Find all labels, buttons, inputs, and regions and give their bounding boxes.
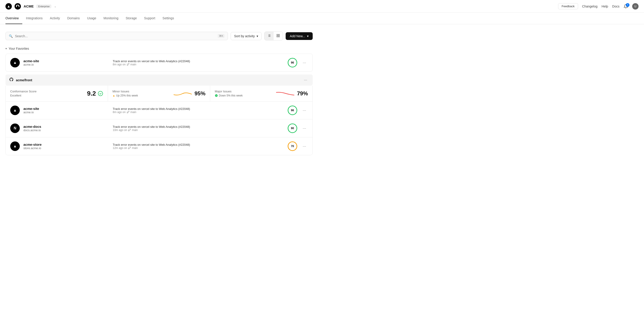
stat-minor-trend-icon: ▲ xyxy=(112,94,115,97)
project-commit: Track error events on vercel site to Web… xyxy=(113,59,284,66)
stat-minor: Minor Issues ▲ Up 25% this week 95% xyxy=(108,86,210,101)
project-name-3: acme-store xyxy=(24,143,109,146)
commit-time: 8m ago on xyxy=(113,63,126,66)
project-name: acme-site xyxy=(24,59,109,63)
stat-major-label: Major Issues xyxy=(215,90,243,93)
chevron-down-icon[interactable]: ⌄ xyxy=(54,5,56,8)
grid-view-button[interactable] xyxy=(274,32,283,40)
stat-conformance-label: Conformance Score xyxy=(10,90,36,93)
project-name-2: acme-docs xyxy=(24,125,109,128)
stat-major: Major Issues Down 5% this week 79% xyxy=(210,86,312,101)
nav-right: Feedback Changelog Help Docs 4 U xyxy=(558,3,638,9)
tab-support[interactable]: Support xyxy=(140,13,159,24)
stat-conformance-value-area: 9.2 xyxy=(87,90,103,97)
commit-msg-3: Track error events on vercel site to Web… xyxy=(113,143,284,146)
commit-msg-1: Track error events on vercel site to Web… xyxy=(113,107,284,111)
list-view-button[interactable] xyxy=(264,32,274,40)
project-avatar-3: ▲ xyxy=(10,141,20,151)
stat-major-info: Major Issues Down 5% this week xyxy=(215,90,243,97)
stat-conformance-sub: Excellent xyxy=(10,94,36,97)
favorite-project-card[interactable]: ▲ acme-site acme.io Track error events o… xyxy=(6,53,313,72)
search-shortcut-text: ⌘K xyxy=(219,34,223,37)
group-header[interactable]: acme/front ··· xyxy=(6,74,313,86)
stat-minor-sub: ▲ Up 25% this week xyxy=(112,94,138,97)
org-name[interactable]: ACME xyxy=(24,4,34,8)
project-avatar-1: ▲ xyxy=(10,106,20,115)
add-new-button[interactable]: Add New... ▾ xyxy=(286,32,313,40)
project-info: acme-site acme.io xyxy=(24,59,109,66)
more-button-1[interactable]: ··· xyxy=(301,107,308,114)
stat-minor-sublabel: Up 25% this week xyxy=(116,94,138,97)
help-link[interactable]: Help xyxy=(602,4,608,8)
project-info-2: acme-docs docs.acme.io xyxy=(24,125,109,132)
search-input[interactable] xyxy=(15,34,216,38)
github-icon xyxy=(9,77,14,83)
docs-link[interactable]: Docs xyxy=(612,4,620,8)
major-sparkline xyxy=(276,90,294,97)
favorites-section: ▾ Your Favorites ▲ acme-site acme.io Tra… xyxy=(6,47,313,72)
svg-point-21 xyxy=(128,130,129,131)
favorites-chevron-icon[interactable]: ▾ xyxy=(6,47,7,50)
group-project-row[interactable]: ▲ acme-site acme.io Track error events o… xyxy=(6,101,312,119)
score-circle-3: 70 xyxy=(288,141,297,151)
project-avatar-2: N xyxy=(10,123,20,133)
stat-minor-info: Minor Issues ▲ Up 25% this week xyxy=(112,90,138,97)
svg-point-24 xyxy=(128,148,129,149)
group-project-row-3[interactable]: ▲ acme-store store.acme.io Track error e… xyxy=(6,137,312,155)
svg-rect-10 xyxy=(278,36,280,37)
score-circle-2: 90 xyxy=(288,123,297,133)
project-commit-1: Track error events on vercel site to Web… xyxy=(113,107,284,114)
top-nav: ▲ ACME Enterprise ⌄ Feedback Changelog H… xyxy=(0,0,644,13)
major-check-icon xyxy=(215,94,218,97)
svg-point-23 xyxy=(130,147,131,148)
project-name-1: acme-site xyxy=(24,107,109,111)
branch-icon-2 xyxy=(128,128,131,131)
stat-major-value-area: 79% xyxy=(276,90,308,97)
tab-settings[interactable]: Settings xyxy=(159,13,178,24)
tab-overview[interactable]: Overview xyxy=(6,13,22,24)
group-project-row-2[interactable]: N acme-docs docs.acme.io Track error eve… xyxy=(6,119,312,137)
stat-conformance-sublabel: Excellent xyxy=(10,94,21,97)
notification-badge: 4 xyxy=(626,3,630,7)
more-options-button[interactable]: ··· xyxy=(301,59,308,66)
stat-minor-value: 95% xyxy=(194,90,206,97)
sort-chevron-icon: ▾ xyxy=(256,34,258,38)
tab-domains[interactable]: Domains xyxy=(64,13,84,24)
tab-monitoring[interactable]: Monitoring xyxy=(100,13,122,24)
changelog-link[interactable]: Changelog xyxy=(582,4,598,8)
branch-3: main xyxy=(132,146,138,150)
group-section: acme/front ··· Conformance Score Excelle… xyxy=(6,74,313,155)
more-button-2[interactable]: ··· xyxy=(301,125,308,132)
tab-activity[interactable]: Activity xyxy=(46,13,64,24)
project-info-1: acme-site acme.io xyxy=(24,107,109,114)
vercel-logo[interactable]: ▲ xyxy=(6,3,12,9)
project-domain-2: docs.acme.io xyxy=(24,128,109,132)
more-button-3[interactable]: ··· xyxy=(301,143,308,150)
org-logo[interactable] xyxy=(14,3,21,9)
group-more-button[interactable]: ··· xyxy=(302,77,309,83)
stat-conformance-value: 9.2 xyxy=(87,90,96,97)
project-domain-3: store.acme.io xyxy=(24,146,109,150)
stat-major-sublabel: Down 5% this week xyxy=(219,94,243,97)
tab-usage[interactable]: Usage xyxy=(84,13,100,24)
search-icon: 🔍 xyxy=(9,34,13,38)
svg-point-15 xyxy=(215,94,218,97)
stat-major-value: 79% xyxy=(297,90,308,97)
stats-row: Conformance Score Excellent 9.2 Minor Is… xyxy=(6,86,313,101)
group-projects-list: ▲ acme-site acme.io Track error events o… xyxy=(6,101,313,155)
commit-meta-2: 10m ago on main xyxy=(113,128,284,132)
group-name: acme/front xyxy=(16,78,32,82)
add-new-chevron-icon: ▾ xyxy=(307,34,308,38)
project-commit-3: Track error events on vercel site to Web… xyxy=(113,143,284,150)
tab-integrations[interactable]: Integrations xyxy=(22,13,46,24)
search-shortcut: ⌘K xyxy=(218,34,224,38)
avatar[interactable]: U xyxy=(632,3,638,9)
svg-point-14 xyxy=(98,91,103,96)
commit-message: Track error events on vercel site to Web… xyxy=(113,59,284,63)
tab-storage[interactable]: Storage xyxy=(122,13,140,24)
notification-button[interactable]: 4 xyxy=(624,4,628,9)
sort-button[interactable]: Sort by activity ▾ xyxy=(231,32,262,40)
svg-point-13 xyxy=(127,65,128,65)
project-commit-2: Track error events on vercel site to Web… xyxy=(113,125,284,132)
feedback-button[interactable]: Feedback xyxy=(558,3,578,9)
